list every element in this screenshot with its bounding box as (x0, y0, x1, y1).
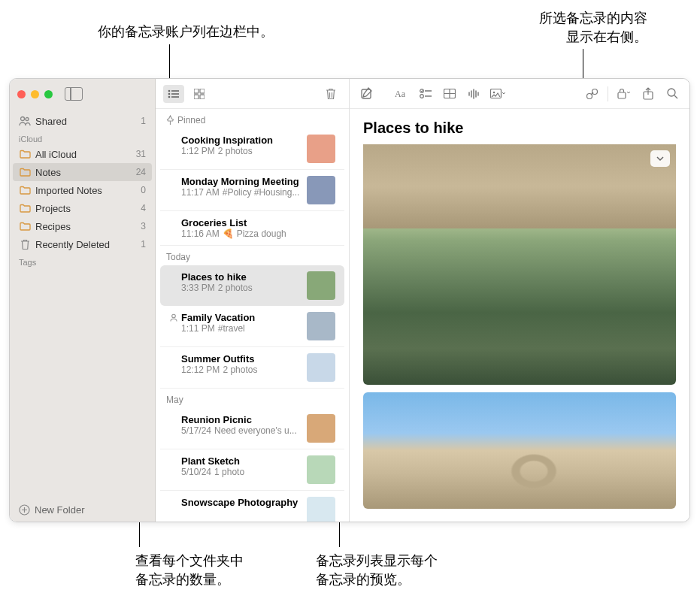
svg-point-0 (21, 117, 25, 121)
note-thumbnail (307, 312, 335, 340)
note-subtitle: 1:11 PM#travel (181, 323, 301, 334)
folder-label: Notes (35, 167, 61, 178)
note-list: PinnedCooking Inspiration1:12 PM2 photos… (156, 79, 350, 522)
note-subtitle: 3:33 PM2 photos (181, 283, 301, 293)
link-button[interactable] (580, 83, 603, 104)
svg-rect-17 (425, 90, 432, 92)
note-thumbnail (307, 353, 335, 382)
sidebar-section-icloud: iCloud (10, 130, 155, 145)
note-item[interactable]: Monday Morning Meeting11:17 AM#Policy #H… (160, 170, 344, 211)
notelist-toolbar (156, 79, 349, 109)
sidebar-shared-label: Shared (35, 116, 67, 127)
note-item[interactable]: Cooking Inspiration1:12 PM2 photos (160, 129, 344, 170)
checklist-button[interactable] (414, 83, 437, 104)
sidebar-folder-imported-notes[interactable]: Imported Notes0 (10, 181, 155, 199)
note-subtitle: 11:17 AM#Policy #Housing... (181, 187, 301, 198)
share-indicator (169, 217, 181, 239)
svg-rect-12 (200, 95, 205, 99)
note-photo-2[interactable] (363, 392, 676, 509)
svg-point-22 (493, 91, 495, 93)
table-button[interactable] (438, 83, 461, 104)
expand-icon[interactable] (650, 150, 670, 167)
notelist-section-header: Pinned (156, 109, 349, 129)
svg-point-27 (668, 89, 675, 96)
sidebar-folder-recently-deleted[interactable]: Recently Deleted1 (10, 235, 155, 253)
zoom-button[interactable] (44, 90, 53, 98)
search-button[interactable] (661, 83, 683, 104)
sidebar-folder-all-icloud[interactable]: All iCloud31 (10, 145, 155, 163)
pin-icon (166, 115, 174, 126)
editor-body[interactable]: Places to hike (350, 109, 689, 522)
note-subtitle: 12:12 PM2 photos (181, 364, 301, 375)
share-indicator (169, 176, 181, 204)
share-indicator (169, 135, 181, 163)
note-title: Reunion Picnic (181, 414, 301, 425)
svg-point-18 (420, 95, 424, 98)
editor: Aa (350, 79, 689, 522)
svg-rect-9 (194, 89, 198, 93)
note-thumbnail (307, 271, 335, 300)
people-icon (19, 115, 31, 127)
folder-icon (19, 220, 31, 232)
svg-rect-10 (200, 89, 205, 93)
note-title: Cooking Inspiration (181, 135, 301, 146)
share-indicator (169, 312, 181, 340)
callout-editor: 所选备忘录的内容 显示在右侧。 (539, 9, 647, 47)
note-photo-1[interactable] (363, 144, 676, 385)
compose-button[interactable] (356, 83, 378, 104)
notes-window: Shared 1 iCloud All iCloud31Notes24Impor… (9, 78, 690, 522)
note-thumbnail (307, 455, 335, 484)
svg-point-3 (168, 89, 171, 92)
folder-label: Imported Notes (35, 185, 102, 196)
sidebar-section-tags: Tags (10, 253, 155, 268)
format-button[interactable]: Aa (390, 83, 413, 104)
lock-button[interactable] (613, 83, 635, 104)
list-view-button[interactable] (163, 85, 184, 103)
audio-button[interactable] (462, 83, 485, 104)
note-thumbnail (307, 414, 335, 443)
sidebar: Shared 1 iCloud All iCloud31Notes24Impor… (10, 79, 156, 522)
svg-rect-25 (618, 92, 626, 98)
sidebar-content: Shared 1 iCloud All iCloud31Notes24Impor… (10, 109, 155, 498)
note-title: Plant Sketch (181, 455, 301, 467)
folder-icon (19, 166, 31, 178)
note-item[interactable]: Groceries List11:16 AM🍕Pizza dough (160, 211, 344, 246)
note-subtitle: 5/10/241 photo (181, 467, 301, 477)
sidebar-toggle-icon[interactable] (65, 87, 83, 101)
minimize-button[interactable] (31, 90, 39, 98)
note-item[interactable]: Summer Outfits12:12 PM2 photos (160, 347, 344, 389)
share-indicator (169, 497, 181, 522)
callout-sidebar: 你的备忘录账户列在边栏中。 (98, 23, 274, 41)
sidebar-folder-projects[interactable]: Projects4 (10, 199, 155, 217)
share-button[interactable] (637, 83, 659, 104)
note-item[interactable]: Family Vacation1:11 PM#travel (160, 306, 344, 347)
close-button[interactable] (17, 90, 26, 98)
delete-button[interactable] (320, 85, 341, 103)
grid-view-button[interactable] (189, 85, 210, 103)
svg-point-5 (168, 92, 171, 95)
note-item[interactable]: Plant Sketch5/10/241 photo (160, 449, 344, 491)
note-title: Snowscape Photography (181, 497, 301, 508)
svg-rect-11 (194, 95, 198, 99)
note-item[interactable]: Snowscape Photography (160, 491, 344, 522)
share-indicator (169, 414, 181, 443)
sidebar-folder-recipes[interactable]: Recipes3 (10, 217, 155, 235)
media-button[interactable] (486, 83, 509, 104)
svg-rect-4 (171, 90, 179, 92)
editor-toolbar: Aa (350, 79, 689, 109)
note-item[interactable]: Reunion Picnic5/17/24Need everyone's u..… (160, 408, 344, 449)
folder-label: Recently Deleted (35, 239, 110, 250)
new-folder-button[interactable]: New Folder (10, 498, 155, 522)
sidebar-shared[interactable]: Shared 1 (10, 112, 155, 130)
note-title: Summer Outfits (181, 353, 301, 364)
new-folder-label: New Folder (35, 504, 84, 516)
callout-preview: 备忘录列表显示每个 备忘录的预览。 (316, 552, 438, 589)
svg-point-1 (26, 118, 29, 121)
note-item[interactable]: Places to hike3:33 PM2 photos (160, 265, 344, 306)
callout-count: 查看每个文件夹中 备忘录的数量。 (135, 552, 244, 589)
folder-count: 0 (141, 185, 146, 195)
folder-icon (19, 184, 31, 196)
sidebar-folder-notes[interactable]: Notes24 (13, 163, 152, 181)
note-subtitle: 5/17/24Need everyone's u... (181, 425, 301, 436)
svg-point-13 (172, 314, 176, 318)
